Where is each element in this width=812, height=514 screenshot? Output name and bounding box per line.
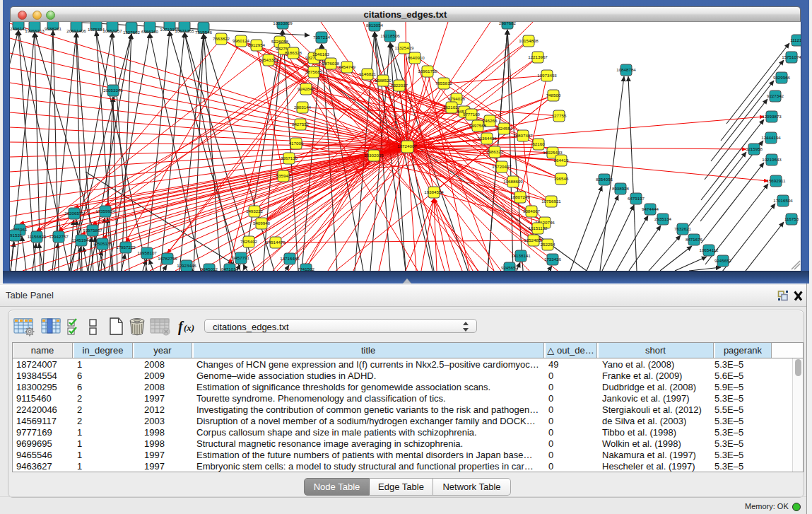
svg-text:8186328: 8186328 xyxy=(285,50,302,55)
svg-text:10807487: 10807487 xyxy=(513,133,533,138)
svg-text:7663822: 7663822 xyxy=(213,36,230,41)
svg-text:12213967: 12213967 xyxy=(528,54,548,59)
svg-text:8254095: 8254095 xyxy=(596,177,613,182)
svg-text:14914479: 14914479 xyxy=(266,240,286,245)
svg-text:8912954: 8912954 xyxy=(248,42,266,47)
svg-text:3267130: 3267130 xyxy=(281,156,298,160)
svg-text:(x): (x) xyxy=(184,322,194,333)
svg-text:8471034: 8471034 xyxy=(221,267,239,271)
svg-text:7986322: 7986322 xyxy=(486,149,504,154)
svg-text:7741502: 7741502 xyxy=(298,267,315,271)
svg-text:9777169: 9777169 xyxy=(463,112,481,117)
svg-text:18807249: 18807249 xyxy=(510,194,530,199)
svg-text:7955812: 7955812 xyxy=(435,81,453,86)
svg-text:6794028: 6794028 xyxy=(448,96,466,101)
svg-text:391531: 391531 xyxy=(10,233,23,238)
svg-text:12942757: 12942757 xyxy=(49,234,69,239)
svg-text:19055713: 19055713 xyxy=(25,28,45,33)
svg-text:20206575: 20206575 xyxy=(64,211,84,216)
svg-text:19218506: 19218506 xyxy=(380,33,400,38)
svg-text:2935134: 2935134 xyxy=(654,216,672,221)
svg-text:15751074: 15751074 xyxy=(782,54,801,59)
svg-text:9960124: 9960124 xyxy=(233,38,250,43)
svg-text:2803144: 2803144 xyxy=(294,105,312,110)
svg-text:62160: 62160 xyxy=(532,141,545,146)
svg-text:93975867: 93975867 xyxy=(83,228,102,233)
svg-text:9146821: 9146821 xyxy=(359,71,377,76)
svg-text:7625402: 7625402 xyxy=(240,239,258,244)
svg-text:20691406: 20691406 xyxy=(66,28,86,33)
svg-text:7515546: 7515546 xyxy=(195,30,213,35)
svg-text:2876038: 2876038 xyxy=(322,61,340,66)
svg-text:417006: 417006 xyxy=(289,141,304,146)
svg-text:10756921: 10756921 xyxy=(541,199,561,204)
svg-text:1588520: 1588520 xyxy=(375,78,392,83)
svg-text:21364436: 21364436 xyxy=(477,136,497,141)
svg-text:9245652: 9245652 xyxy=(714,258,732,263)
svg-text:5409948: 5409948 xyxy=(253,221,271,226)
svg-text:10154808: 10154808 xyxy=(519,38,539,43)
svg-text:9245012: 9245012 xyxy=(201,267,218,271)
svg-text:12923446: 12923446 xyxy=(177,263,196,268)
svg-text:10025433: 10025433 xyxy=(543,150,563,155)
svg-text:18640910: 18640910 xyxy=(405,55,425,60)
svg-text:10543382: 10543382 xyxy=(259,57,278,62)
svg-text:9457791: 9457791 xyxy=(233,255,250,260)
svg-text:17957225: 17957225 xyxy=(116,245,136,250)
svg-text:12505135: 12505135 xyxy=(93,241,112,246)
svg-text:10688609: 10688609 xyxy=(503,179,523,184)
svg-text:127755: 127755 xyxy=(552,113,567,118)
svg-text:746266: 746266 xyxy=(483,118,498,123)
svg-text:17016504: 17016504 xyxy=(773,198,793,203)
svg-text:535943: 535943 xyxy=(276,173,291,178)
svg-text:14138141: 14138141 xyxy=(511,253,531,258)
svg-text:7357214: 7357214 xyxy=(313,35,331,40)
svg-text:111216: 111216 xyxy=(790,37,801,42)
svg-text:9329966: 9329966 xyxy=(773,75,791,80)
svg-text:2987682: 2987682 xyxy=(499,22,517,25)
svg-text:9242848: 9242848 xyxy=(298,86,315,91)
svg-text:9245652: 9245652 xyxy=(501,265,519,270)
svg-text:252254: 252254 xyxy=(541,242,555,247)
svg-text:11325419: 11325419 xyxy=(394,45,414,50)
svg-text:8427552: 8427552 xyxy=(292,122,310,127)
svg-text:264419: 264419 xyxy=(554,158,569,163)
svg-text:23302035: 23302035 xyxy=(364,153,384,158)
svg-text:9038261: 9038261 xyxy=(45,26,62,31)
svg-text:13716485: 13716485 xyxy=(280,256,300,261)
svg-text:8322037: 8322037 xyxy=(391,83,408,88)
svg-text:12093873: 12093873 xyxy=(762,114,782,119)
svg-text:18724007: 18724007 xyxy=(397,144,417,148)
svg-text:8813054: 8813054 xyxy=(366,23,384,28)
svg-text:10654112: 10654112 xyxy=(699,247,719,252)
svg-text:11451944: 11451944 xyxy=(71,238,91,243)
svg-text:10973493: 10973493 xyxy=(537,73,557,78)
svg-text:8938928: 8938928 xyxy=(612,186,630,191)
svg-text:10853257: 10853257 xyxy=(102,28,122,33)
svg-text:17359924: 17359924 xyxy=(95,209,115,214)
svg-text:10210643: 10210643 xyxy=(762,157,782,162)
svg-text:748500: 748500 xyxy=(546,93,561,98)
svg-text:8454749: 8454749 xyxy=(339,64,356,69)
svg-text:3215958: 3215958 xyxy=(746,146,763,151)
svg-text:10033809: 10033809 xyxy=(273,22,293,25)
svg-text:15720407: 15720407 xyxy=(492,164,512,169)
svg-text:3624554: 3624554 xyxy=(495,126,513,131)
svg-text:16961758: 16961758 xyxy=(418,69,437,74)
svg-text:7632621: 7632621 xyxy=(674,226,692,231)
svg-text:8471676: 8471676 xyxy=(686,237,703,242)
svg-text:196546: 196546 xyxy=(554,176,569,181)
svg-text:9084067: 9084067 xyxy=(523,209,541,214)
svg-text:15692911: 15692911 xyxy=(766,178,786,183)
svg-text:6479197: 6479197 xyxy=(628,196,645,201)
svg-text:10958107: 10958107 xyxy=(137,250,157,255)
svg-text:12444194: 12444194 xyxy=(761,135,781,140)
svg-text:9474444: 9474444 xyxy=(642,206,659,211)
svg-text:11156829: 11156829 xyxy=(28,234,47,239)
svg-text:9227342: 9227342 xyxy=(767,93,784,98)
svg-text:116753: 116753 xyxy=(784,216,799,221)
svg-text:10848784: 10848784 xyxy=(616,67,636,72)
svg-text:16782759: 16782759 xyxy=(158,256,177,261)
svg-text:10671355: 10671355 xyxy=(175,28,194,33)
svg-text:1527602: 1527602 xyxy=(123,30,141,35)
